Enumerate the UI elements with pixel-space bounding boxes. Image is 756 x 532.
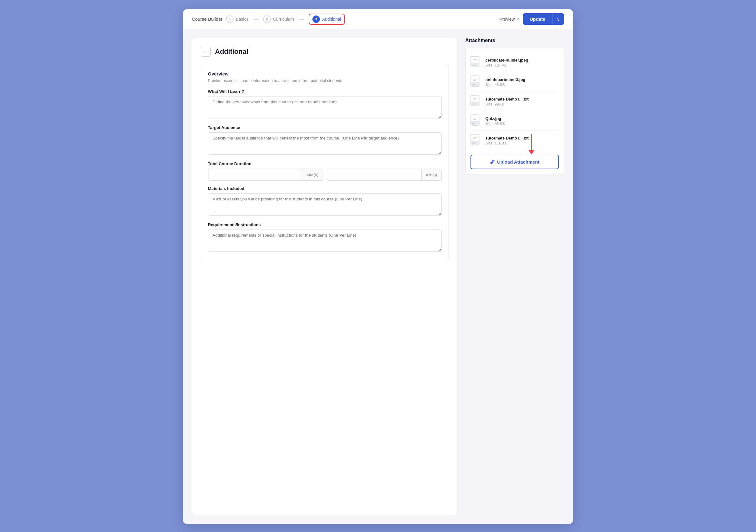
attachment-size-5: Size: 1,018 B [485, 141, 559, 146]
attachment-item-3: TXT Tutormate Demo I....txt Size: 995 B [471, 92, 559, 111]
attachment-name-2: uni-department-3.jpg [485, 77, 559, 82]
field-label-requirements: Requirements/Instructions [208, 223, 442, 227]
step1-num: 1 [226, 15, 233, 23]
section-description: Provide essential course information to … [208, 78, 442, 83]
attachments-card: JPG certificate-builder.jpeg Size: 137 K… [465, 48, 564, 174]
hours-field: 0 hour(s) [208, 169, 323, 181]
requirements-textarea[interactable] [208, 229, 442, 252]
update-button[interactable]: Update [523, 13, 552, 25]
attachment-item-5: TXT Tutormate Demo I....txt Size: 1,018 … [471, 131, 559, 150]
step1-label: Basics [236, 17, 248, 22]
file-icon-4: JPG [471, 115, 482, 127]
header-left: Course Builder 1 Basics — 2 Curriculum —… [192, 13, 345, 25]
preview-label: Preview [499, 17, 515, 22]
header: Course Builder 1 Basics — 2 Curriculum —… [183, 9, 573, 29]
attachment-info-1: certificate-builder.jpeg Size: 137 KB [485, 58, 559, 67]
left-panel: ← Additional Overview Provide essential … [192, 38, 458, 515]
learn-textarea[interactable] [208, 96, 442, 119]
hours-input[interactable]: 0 [208, 169, 301, 180]
paperclip-icon: 🖇 [490, 159, 495, 165]
attachment-info-2: uni-department-3.jpg Size: 43 KB [485, 77, 559, 87]
attachment-info-5: Tutormate Demo I....txt Size: 1,018 B [485, 136, 559, 146]
attachment-item-1: JPG certificate-builder.jpeg Size: 137 K… [471, 53, 559, 72]
file-icon-2: JPG [471, 75, 482, 89]
right-panel: Attachments JPG certificate-bu [465, 38, 564, 515]
step-divider-1: — [253, 16, 258, 22]
field-label-materials: Materials Included [208, 186, 442, 191]
breadcrumb: Course Builder [192, 16, 222, 22]
preview-button[interactable]: Preview ↗ [499, 17, 520, 22]
duration-row: 0 hour(s) 0 min(s) [208, 169, 442, 181]
update-btn-group: Update ∨ [523, 13, 564, 25]
mins-label: min(s) [421, 169, 442, 180]
back-icon: ← [203, 49, 208, 54]
attachment-name-4: Quiz.jpg [485, 116, 559, 121]
upload-attachment-label: Upload Attachment [497, 159, 539, 165]
arrow-head [529, 150, 534, 155]
step3-num: 3 [312, 15, 320, 23]
attachment-size-2: Size: 43 KB [485, 83, 559, 87]
course-builder-window: Course Builder 1 Basics — 2 Curriculum —… [183, 9, 573, 524]
file-icon-5: TXT [471, 134, 482, 147]
step-additional[interactable]: 3 Additional [312, 15, 341, 23]
svg-text:TXT: TXT [472, 142, 474, 144]
field-label-duration: Total Course Duration [208, 161, 442, 166]
attachment-item-2: JPG uni-department-3.jpg Size: 43 KB [471, 72, 559, 92]
file-icon-1: JPG [471, 56, 482, 69]
file-icon-3: TXT [471, 95, 482, 108]
svg-text:TXT: TXT [472, 103, 474, 105]
step3-label: Additional [322, 17, 341, 22]
attachment-size-4: Size: 58 KB [485, 121, 559, 126]
external-link-icon: ↗ [516, 17, 520, 21]
page-title: Additional [215, 48, 248, 56]
back-button[interactable]: ← [201, 47, 211, 57]
upload-attachment-button[interactable]: 🖇 Upload Attachment [471, 155, 559, 169]
attachments-title: Attachments [465, 38, 564, 43]
attachment-info-4: Quiz.jpg Size: 58 KB [485, 116, 559, 126]
step-divider-2: — [299, 16, 304, 22]
update-dropdown-button[interactable]: ∨ [552, 13, 564, 25]
field-label-audience: Target Audience [208, 125, 442, 130]
overview-section: Overview Provide essential course inform… [201, 64, 449, 260]
page-title-row: ← Additional [201, 47, 449, 57]
attachment-name-1: certificate-builder.jpeg [485, 58, 559, 63]
section-title: Overview [208, 71, 442, 76]
attachment-info-3: Tutormate Demo I....txt Size: 995 B [485, 97, 559, 106]
svg-text:JPG: JPG [472, 123, 475, 125]
attachment-size-3: Size: 995 B [485, 102, 559, 106]
materials-textarea[interactable] [208, 193, 442, 216]
step-additional-box: 3 Additional [309, 13, 345, 25]
audience-textarea[interactable] [208, 132, 442, 155]
attachment-name-3: Tutormate Demo I....txt [485, 97, 559, 101]
step2-label: Curriculum [273, 17, 294, 22]
attachment-size-1: Size: 137 KB [485, 63, 559, 67]
attachment-name-5: Tutormate Demo I....txt [485, 136, 559, 141]
hours-label: hour(s) [301, 169, 323, 180]
main-content: ← Additional Overview Provide essential … [183, 29, 573, 524]
step-basics[interactable]: 1 Basics [226, 15, 248, 23]
svg-text:JPG: JPG [472, 84, 475, 86]
step-curriculum[interactable]: 2 Curriculum [263, 15, 294, 23]
svg-text:JPG: JPG [472, 64, 475, 66]
step2-num: 2 [263, 15, 271, 23]
chevron-down-icon: ∨ [557, 17, 560, 22]
mins-input[interactable]: 0 [327, 169, 421, 180]
attachment-item-4: JPG Quiz.jpg Size: 58 KB [471, 111, 559, 131]
header-right: Preview ↗ Update ∨ [499, 13, 564, 25]
field-label-learn: What Will I Learn? [208, 89, 442, 94]
arrow-container: 🖇 Upload Attachment [471, 155, 559, 169]
mins-field: 0 min(s) [327, 169, 442, 181]
